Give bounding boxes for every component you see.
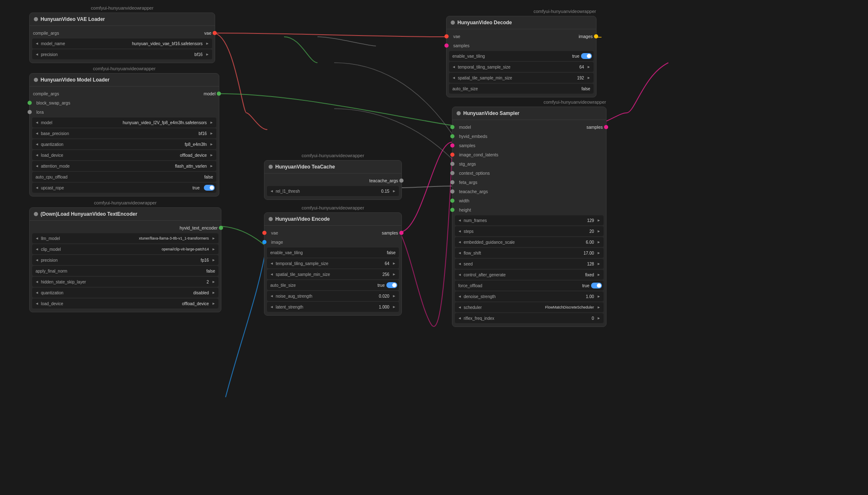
sampler-force-offload-field: force_offload true xyxy=(455,281,604,291)
sampler-steps-field[interactable]: ◄ steps 20 ► xyxy=(455,226,604,236)
sampler-context-port[interactable] xyxy=(450,171,454,175)
encode-latent-strength-field[interactable]: ◄ latent_strength 1.000 ► xyxy=(267,302,399,312)
sampler-denoise-field[interactable]: ◄ denoise_strength 1.00 ► xyxy=(455,291,604,301)
teacache-node: comfyui-hunyuanvideowrapper HunyuanVideo… xyxy=(264,160,402,200)
decode-samples-in-port[interactable] xyxy=(444,43,449,48)
encode-image-port[interactable] xyxy=(262,240,266,244)
force-offload-toggle[interactable] xyxy=(591,283,602,288)
sampler-num-frames-field[interactable]: ◄ num_frames 129 ► xyxy=(455,215,604,225)
sampler-model-port[interactable] xyxy=(450,125,454,129)
sampler-header: HunyuanVideo Sampler xyxy=(452,107,606,120)
model-loader-dot xyxy=(34,78,38,82)
decode-dot xyxy=(451,20,455,25)
teacache-rel-thresh-field[interactable]: ◄ rel_l1_thresh 0.15 ► xyxy=(267,186,399,196)
text-encoder-output-row: hyvid_text_encoder xyxy=(30,223,221,232)
vae-loader-precision-field[interactable]: ◄ precision bf16 ► xyxy=(32,49,212,59)
sampler-stg-port[interactable] xyxy=(450,162,454,166)
sampler-seed-field[interactable]: ◄ seed 128 ► xyxy=(455,259,604,269)
sampler-riflex-field[interactable]: ◄ riflex_freq_index 0 ► xyxy=(455,313,604,323)
text-encoder-body: hyvid_text_encoder ◄ llm_model xtuner/ll… xyxy=(30,221,221,312)
model-loader-header: HunyuanVideo Model Loader xyxy=(30,74,219,87)
vae-loader-precision-value: bf16 xyxy=(58,52,204,57)
encode-title: HunyuanVideo Encode xyxy=(275,216,330,222)
sampler-height-port[interactable] xyxy=(450,208,454,212)
encode-temporal-field[interactable]: ◄ temporal_tiling_sample_size 64 ► xyxy=(267,258,399,268)
vae-loader-vae-output: vae xyxy=(204,31,211,36)
text-encoder-precision-field[interactable]: ◄ precision fp16 ► xyxy=(32,255,218,265)
sampler-context-row: context_options xyxy=(452,168,606,178)
encode-vae-row: vae samples xyxy=(264,228,401,237)
decode-wrapper-label: comfyui-hunyuanvideowrapper xyxy=(533,9,596,14)
teacache-output-port[interactable] xyxy=(399,179,404,183)
decode-title: HunyuanVideo Decode xyxy=(457,20,512,26)
decode-images-port[interactable] xyxy=(594,34,598,38)
vae-loader-model-name-right[interactable]: ► xyxy=(204,41,211,46)
model-loader-block-swap-label: block_swap_args xyxy=(33,100,216,105)
model-loader-compile-label: compile_args xyxy=(33,91,202,96)
sampler-height-row: height xyxy=(452,205,606,214)
model-loader-block-swap-port[interactable] xyxy=(28,101,32,105)
sampler-guidance-field[interactable]: ◄ embedded_guidance_scale 6.00 ► xyxy=(455,237,604,247)
vae-loader-precision-left[interactable]: ◄ xyxy=(34,52,40,56)
vae-loader-model-name-left[interactable]: ◄ xyxy=(34,41,40,46)
encode-vae-port[interactable] xyxy=(262,231,266,235)
upcast-rope-toggle[interactable] xyxy=(204,185,215,191)
model-field-value: hunyuan_video_I2V_fp8_e4m3fn.safetensors xyxy=(52,120,208,125)
sampler-image-cond-port[interactable] xyxy=(450,153,454,157)
sampler-hyvid-port[interactable] xyxy=(450,134,454,138)
decode-vae-in-port[interactable] xyxy=(444,34,449,38)
sampler-teacache-row: teacache_args xyxy=(452,187,606,196)
model-loader-model-port[interactable] xyxy=(217,92,221,96)
sampler-samples-in-row: samples xyxy=(452,141,606,150)
encode-auto-tile-toggle[interactable] xyxy=(386,282,397,288)
sampler-teacache-port[interactable] xyxy=(450,189,454,194)
sampler-samples-port[interactable] xyxy=(604,125,608,129)
text-encoder-apply-norm-field: apply_final_norm false xyxy=(32,266,218,276)
encode-node: comfyui-hunyuanvideowrapper HunyuanVideo… xyxy=(264,212,402,316)
decode-auto-tile-field: auto_tile_size false xyxy=(449,84,594,94)
sampler-width-port[interactable] xyxy=(450,199,454,203)
sampler-hyvid-row: hyvid_embeds xyxy=(452,132,606,141)
vae-loader-compile-args-label: compile_args xyxy=(33,31,203,36)
sampler-scheduler-field[interactable]: ◄ scheduler FlowMatchDiscreteScheduler ► xyxy=(455,302,604,312)
model-field-right[interactable]: ► xyxy=(208,120,215,125)
teacache-title: HunyuanVideo TeaCache xyxy=(275,164,335,170)
text-encoder-llm-model-field[interactable]: ◄ llm_model xtuner/llava-llama-3-8b-v1_1… xyxy=(32,233,218,243)
model-loader-attention-field[interactable]: ◄ attention_mode flash_attn_varlen ► xyxy=(32,161,216,171)
sampler-feta-port[interactable] xyxy=(450,180,454,184)
encode-spatial-field[interactable]: ◄ spatial_tile_sample_min_size 256 ► xyxy=(267,269,399,279)
sampler-width-row: width xyxy=(452,196,606,205)
model-loader-quant-field[interactable]: ◄ quantization fp8_e4m3fn ► xyxy=(32,139,216,149)
text-encoder-output-port[interactable] xyxy=(219,226,223,230)
vae-loader-precision-right[interactable]: ► xyxy=(204,52,211,56)
decode-spatial-field[interactable]: ◄ spatial_tile_sample_min_size 192 ► xyxy=(449,73,594,83)
sampler-control-after-field[interactable]: ◄ control_after_generate fixed ► xyxy=(455,270,604,280)
teacache-header: HunyuanVideo TeaCache xyxy=(264,161,401,174)
encode-samples-port[interactable] xyxy=(399,231,404,235)
vae-loader-vae-port[interactable] xyxy=(213,31,217,35)
vae-loader-model-name-label: model_name xyxy=(40,41,65,46)
decode-vae-tiling-toggle[interactable] xyxy=(581,53,592,59)
text-encoder-clip-model-field[interactable]: ◄ clip_model openai/clip-vit-large-patch… xyxy=(32,244,218,254)
sampler-image-cond-row: image_cond_latents xyxy=(452,150,606,159)
model-loader-model-field[interactable]: ◄ model hunyuan_video_I2V_fp8_e4m3fn.saf… xyxy=(32,117,216,128)
encode-noise-aug-field[interactable]: ◄ noise_aug_strength 0.020 ► xyxy=(267,291,399,301)
model-loader-base-prec-field[interactable]: ◄ base_precision bf16 ► xyxy=(32,128,216,138)
text-encoder-quant-field[interactable]: ◄ quantization disabled ► xyxy=(32,288,218,298)
model-loader-wrapper-label: comfyui-hunyuanvideowrapper xyxy=(93,66,156,71)
text-encoder-load-device-field[interactable]: ◄ load_device offload_device ► xyxy=(32,299,218,309)
vae-loader-dot xyxy=(34,17,38,21)
sampler-samples-in-port[interactable] xyxy=(450,143,454,148)
model-field-label: model xyxy=(40,120,52,125)
text-encoder-hidden-skip-field[interactable]: ◄ hidden_state_skip_layer 2 ► xyxy=(32,277,218,287)
text-encoder-node: comfyui-hunyuanvideowrapper (Down)Load H… xyxy=(29,207,221,312)
model-loader-load-device-field[interactable]: ◄ load_device offload_device ► xyxy=(32,150,216,160)
vae-loader-title: HunyuanVideo VAE Loader xyxy=(41,16,105,22)
teacache-body: teacache_args ◄ rel_l1_thresh 0.15 ► xyxy=(264,174,401,199)
sampler-flow-shift-field[interactable]: ◄ flow_shift 17.00 ► xyxy=(455,248,604,258)
model-field-left[interactable]: ◄ xyxy=(34,120,40,125)
decode-temporal-field[interactable]: ◄ temporal_tiling_sample_size 64 ► xyxy=(449,62,594,72)
vae-loader-model-name-field[interactable]: ◄ model_name hunyuan_video_vae_bf16.safe… xyxy=(32,38,212,48)
model-loader-cpu-offload-field: auto_cpu_offload false xyxy=(32,172,216,182)
model-loader-lora-port[interactable] xyxy=(28,110,32,114)
